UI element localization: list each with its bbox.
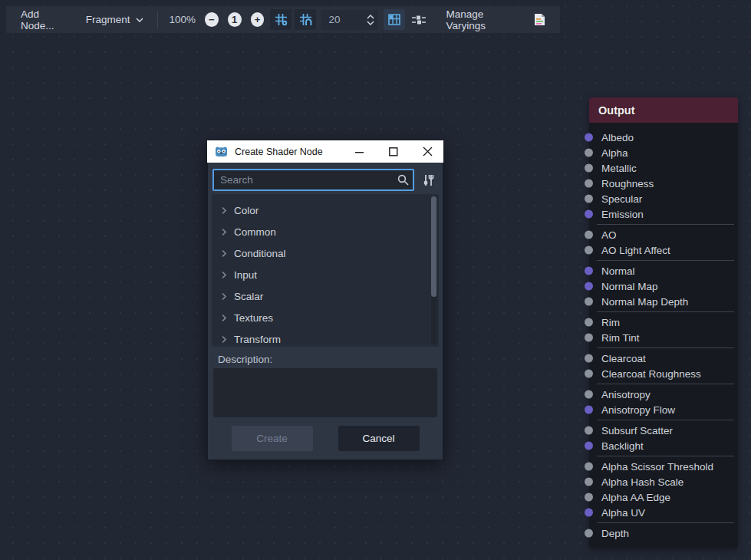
dialog-title: Create Shader Node — [235, 147, 355, 157]
tree-scrollbar[interactable] — [431, 196, 436, 344]
show-shader-code-button[interactable] — [529, 9, 551, 30]
zoom-out-button[interactable]: − — [205, 12, 219, 27]
tree-item-scalar[interactable]: Scalar — [213, 285, 437, 307]
dialog-titlebar[interactable]: Create Shader Node — [207, 140, 443, 163]
port-scalar-icon[interactable] — [585, 529, 593, 538]
port-scalar-icon[interactable] — [585, 195, 593, 203]
port-scalar-icon[interactable] — [585, 149, 593, 157]
port-label: Normal Map Depth — [601, 296, 688, 308]
tree-item-label: Common — [234, 226, 276, 238]
port-label: Rim — [601, 317, 620, 328]
shader-mode-value: Fragment — [86, 14, 130, 25]
maximize-icon[interactable] — [389, 147, 398, 156]
tree-item-transform[interactable]: Transform — [213, 328, 437, 347]
minimap-toggle-button[interactable] — [384, 9, 405, 30]
chevron-down-icon — [136, 18, 143, 22]
port-vector-icon[interactable] — [585, 406, 593, 414]
description-label: Description: — [218, 354, 439, 365]
tree-item-textures[interactable]: Textures — [213, 307, 437, 328]
port-scalar-icon[interactable] — [585, 493, 593, 502]
output-node-header[interactable]: Output — [589, 97, 738, 124]
output-port-row: Subsurf Scatter — [589, 423, 738, 438]
output-port-row: AO — [589, 227, 738, 242]
manage-varyings-label: Manage Varyings — [446, 8, 521, 31]
port-vector-icon[interactable] — [585, 282, 593, 291]
port-scalar-icon[interactable] — [585, 390, 593, 399]
spin-updown-icon[interactable] — [367, 15, 374, 25]
zoom-in-button[interactable]: + — [251, 12, 265, 27]
port-scalar-icon[interactable] — [585, 180, 593, 188]
output-port-row: Alpha AA Edge — [589, 489, 738, 505]
tree-item-conditional[interactable]: Conditional — [213, 242, 437, 264]
output-port-row: Normal Map Depth — [589, 294, 738, 309]
port-scalar-icon[interactable] — [585, 298, 593, 306]
add-node-button[interactable]: Add Node... — [14, 5, 79, 35]
port-label: Alpha Scissor Threshold — [601, 461, 713, 473]
dialog-content: ColorCommonConditionalInputScalarTexture… — [207, 163, 443, 460]
manage-varyings-button[interactable]: Manage Varyings — [440, 5, 528, 35]
port-scalar-icon[interactable] — [585, 231, 593, 239]
search-input[interactable] — [212, 169, 414, 191]
snap-toggle-button[interactable] — [295, 9, 316, 30]
snap-distance-spinbox[interactable] — [321, 10, 378, 30]
port-vector-icon[interactable] — [585, 509, 593, 517]
port-vector-icon[interactable] — [585, 210, 593, 219]
port-group-separator — [597, 522, 734, 523]
tree-item-label: Conditional — [234, 248, 286, 259]
port-label: Specular — [601, 193, 642, 205]
shader-mode-dropdown[interactable]: Fragment — [79, 11, 150, 28]
port-label: Anisotropy Flow — [601, 404, 675, 416]
port-scalar-icon[interactable] — [585, 463, 593, 471]
output-node[interactable]: Output AlbedoAlphaMetallicRoughnessSpecu… — [589, 97, 738, 548]
filter-options-button[interactable] — [418, 169, 438, 191]
port-vector-icon[interactable] — [585, 442, 593, 450]
port-vector-icon[interactable] — [585, 133, 593, 142]
port-scalar-icon[interactable] — [585, 318, 593, 327]
arrange-nodes-button[interactable] — [408, 9, 430, 30]
grid-settings-button[interactable] — [270, 9, 292, 30]
port-scalar-icon[interactable] — [585, 370, 593, 378]
output-node-title: Output — [598, 104, 635, 117]
port-scalar-icon[interactable] — [585, 427, 593, 435]
output-port-row: Normal — [589, 263, 738, 278]
port-label: Clearcoat — [601, 353, 646, 364]
arrange-nodes-icon — [412, 15, 426, 25]
port-label: Alpha AA Edge — [601, 492, 670, 503]
port-label: Roughness — [601, 178, 654, 189]
create-button[interactable]: Create — [232, 426, 313, 451]
output-port-row: Clearcoat — [589, 351, 738, 366]
port-scalar-icon[interactable] — [585, 334, 593, 342]
minimize-icon[interactable] — [355, 147, 364, 156]
port-label: Alpha Hash Scale — [601, 476, 683, 488]
chevron-right-icon — [222, 292, 227, 301]
port-scalar-icon[interactable] — [585, 164, 593, 173]
port-scalar-icon[interactable] — [585, 478, 593, 486]
tree-item-input[interactable]: Input — [213, 264, 437, 285]
output-port-row: Roughness — [589, 176, 738, 191]
tree-item-label: Input — [234, 269, 257, 281]
output-port-row: Alpha Hash Scale — [589, 474, 738, 489]
tree-item-color[interactable]: Color — [213, 199, 437, 221]
snap-distance-input[interactable] — [328, 14, 367, 25]
chevron-right-icon — [222, 206, 227, 215]
port-scalar-icon[interactable] — [585, 354, 593, 363]
port-group-separator — [597, 224, 734, 225]
output-port-row: Albedo — [589, 130, 738, 145]
close-icon[interactable] — [423, 147, 433, 156]
zoom-reset-icon: 1 — [232, 15, 237, 25]
godot-logo-icon — [214, 146, 229, 157]
description-box — [213, 368, 437, 417]
output-port-row: Specular — [589, 191, 738, 206]
output-port-row: Clearcoat Roughness — [589, 366, 738, 381]
create-shader-node-dialog: Create Shader Node — [207, 140, 443, 460]
port-vector-icon[interactable] — [585, 267, 593, 275]
port-label: Emission — [601, 209, 644, 220]
tree-scrollbar-thumb[interactable] — [431, 196, 436, 297]
port-scalar-icon[interactable] — [585, 246, 593, 255]
output-port-row: Backlight — [589, 438, 738, 453]
toolbar-separator — [157, 12, 158, 28]
cancel-button[interactable]: Cancel — [338, 426, 420, 451]
port-label: Rim Tint — [601, 332, 640, 344]
tree-item-common[interactable]: Common — [213, 221, 437, 242]
zoom-reset-button[interactable]: 1 — [228, 12, 242, 27]
